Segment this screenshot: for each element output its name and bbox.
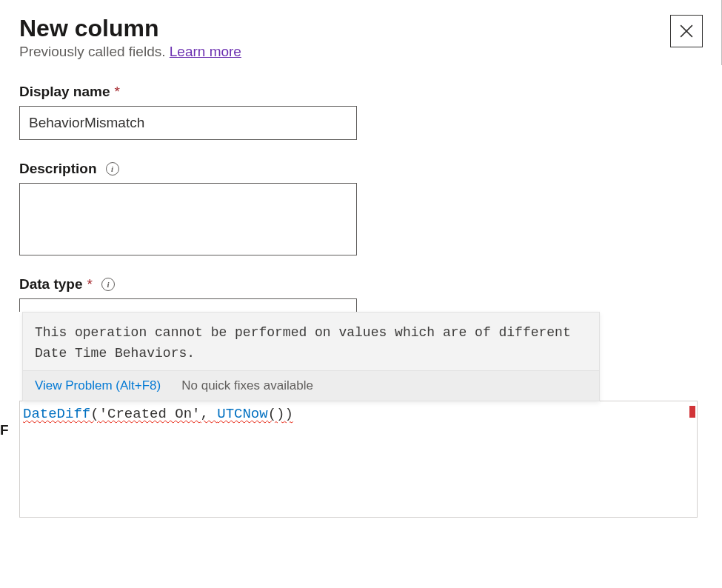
formula-editor[interactable]: DateDiff('Created On', UTCNow())	[19, 401, 698, 518]
editor-scrollbar[interactable]	[686, 401, 697, 517]
view-problem-link[interactable]: View Problem (Alt+F8)	[35, 378, 161, 393]
subtitle-prefix: Previously called fields.	[19, 44, 170, 59]
token-utcnow: UTCNow	[217, 406, 267, 422]
close-button[interactable]	[670, 15, 703, 47]
description-field: Description i	[19, 161, 703, 255]
data-type-label: Data type * i	[19, 276, 703, 293]
display-name-field: Display name *	[19, 84, 703, 140]
page-title: New column	[19, 15, 241, 42]
error-marker[interactable]	[689, 406, 695, 418]
token-close-paren-1: )	[285, 406, 293, 422]
token-open-paren: (	[90, 406, 98, 422]
info-icon[interactable]: i	[106, 162, 119, 176]
required-indicator: *	[87, 276, 93, 293]
display-name-label-text: Display name	[19, 84, 110, 100]
token-comma: ,	[200, 406, 217, 422]
display-name-input[interactable]	[19, 106, 357, 140]
no-quick-fixes-text: No quick fixes available	[181, 378, 313, 393]
token-datediff: DateDiff	[23, 406, 90, 422]
close-icon	[680, 24, 693, 38]
info-icon[interactable]: i	[101, 278, 115, 291]
error-message: This operation cannot be performed on va…	[23, 313, 599, 370]
description-label-text: Description	[19, 161, 97, 177]
truncated-field-label: F	[0, 422, 9, 438]
formula-line: DateDiff('Created On', UTCNow())	[23, 406, 689, 422]
data-type-field: Data type * i	[19, 276, 703, 312]
tooltip-footer: View Problem (Alt+F8) No quick fixes ava…	[23, 370, 599, 401]
description-input[interactable]	[19, 183, 357, 255]
learn-more-link[interactable]: Learn more	[170, 44, 241, 59]
token-created-on: 'Created On'	[99, 406, 201, 422]
error-tooltip: This operation cannot be performed on va…	[22, 312, 600, 401]
data-type-select[interactable]	[19, 298, 357, 312]
required-indicator: *	[115, 84, 120, 100]
description-label: Description i	[19, 161, 703, 177]
display-name-label: Display name *	[19, 84, 703, 100]
token-open-paren-2: (	[268, 406, 276, 422]
page-subtitle: Previously called fields. Learn more	[19, 44, 241, 60]
token-close-paren-2: )	[276, 406, 284, 422]
data-type-label-text: Data type	[19, 276, 83, 293]
